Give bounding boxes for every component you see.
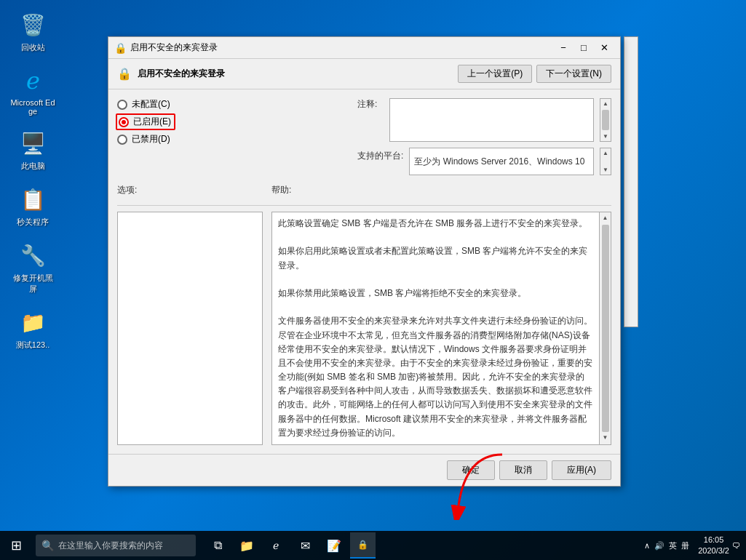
- scroll-thumb[interactable]: [602, 110, 609, 130]
- systray: ∧ 🔊 英 册: [644, 540, 689, 551]
- dialog-title-text: 启用不安全的来宾登录: [130, 41, 553, 54]
- recycle-bin-icon[interactable]: 🗑️ 回收站: [7, 7, 58, 56]
- recycle-bin-label: 回收站: [21, 42, 45, 53]
- help-scrollbar[interactable]: ▲ ▼: [599, 212, 611, 444]
- minimize-button[interactable]: −: [553, 40, 574, 56]
- platform-value: 至少为 Windows Server 2016、Windows 10: [409, 148, 594, 175]
- edge-icon-desktop[interactable]: ℯ Microsoft Edge: [7, 63, 58, 119]
- policy-dialog: 🔒 启用不安全的来宾登录 − □ ✕ 🔒 启用不安全的来宾登录 上一个设置(P)…: [108, 36, 621, 487]
- help-panel: 此策略设置确定 SMB 客户端是否允许在 SMB 服务器上进行不安全的来宾登录。…: [271, 212, 611, 445]
- help-scroll-up[interactable]: ▲: [601, 212, 610, 225]
- prev-setting-button[interactable]: 上一个设置(P): [458, 65, 532, 83]
- systray-lang[interactable]: 英: [669, 540, 677, 551]
- mail-icon: ✉: [301, 539, 310, 553]
- note-section: 注释: ▲ ▼: [357, 98, 611, 142]
- start-button[interactable]: ⊞: [0, 531, 33, 560]
- radio-disabled[interactable]: 已禁用(D): [117, 133, 234, 145]
- policy-header-title: 启用不安全的来宾登录: [138, 68, 458, 80]
- radio-enabled-circle[interactable]: [119, 117, 129, 127]
- scroll-down-arrow[interactable]: ▼: [601, 132, 610, 141]
- recycle-bin-image: 🗑️: [18, 10, 47, 39]
- edge-taskbar-icon: ℯ: [273, 540, 279, 551]
- this-pc-label: 此电脑: [21, 161, 45, 172]
- window-controls: − □ ✕: [553, 40, 614, 56]
- policy-header-icon: 🔒: [117, 67, 132, 81]
- edge-label: Microsoft Edge: [10, 98, 55, 116]
- taskbar-right: ∧ 🔊 英 册 16:05 2020/3/2 🗨: [644, 535, 746, 557]
- section-labels: 选项: 帮助:: [117, 184, 611, 196]
- radio-section: 未配置(C) 已启用(E) 已禁用(D): [117, 98, 234, 175]
- notepad-button[interactable]: 📝: [321, 532, 347, 559]
- radio-not-configured-circle[interactable]: [117, 100, 127, 110]
- start-icon: ⊞: [11, 537, 22, 553]
- policy-nav-buttons: 上一个设置(P) 下一个设置(N): [458, 65, 611, 83]
- help-text: 此策略设置确定 SMB 客户端是否允许在 SMB 服务器上进行不安全的来宾登录。…: [278, 217, 605, 440]
- task-view-button[interactable]: ⧉: [205, 532, 231, 559]
- edge-taskbar-button[interactable]: ℯ: [263, 532, 289, 559]
- dialog-content: 🔒 启用不安全的来宾登录 上一个设置(P) 下一个设置(N) 未配置(C): [108, 59, 620, 486]
- test-folder-icon[interactable]: 📁 测试123..: [7, 305, 58, 353]
- note-scrollbar[interactable]: ▲ ▼: [600, 98, 611, 142]
- programs-label: 秒关程序: [17, 217, 49, 228]
- dialog-title-icon: 🔒: [114, 42, 126, 54]
- ok-button[interactable]: 确定: [447, 460, 495, 480]
- task-view-icon: ⧉: [214, 539, 222, 552]
- mail-button[interactable]: ✉: [292, 532, 318, 559]
- side-panel: [624, 36, 638, 327]
- systray-volume[interactable]: 🔊: [654, 541, 664, 551]
- cancel-button[interactable]: 取消: [499, 460, 547, 480]
- apply-button[interactable]: 应用(A): [552, 460, 611, 480]
- radio-disabled-circle[interactable]: [117, 135, 127, 145]
- dialog-titlebar: 🔒 启用不安全的来宾登录 − □ ✕: [108, 37, 620, 59]
- note-textarea[interactable]: [389, 98, 594, 142]
- taskbar-search-bar[interactable]: 🔍 在这里输入你要搜索的内容: [36, 535, 196, 556]
- active-app-icon: 🔒: [357, 540, 368, 550]
- help-scroll-down[interactable]: ▼: [601, 432, 610, 444]
- file-explorer-button[interactable]: 📁: [234, 532, 260, 559]
- next-setting-button[interactable]: 下一个设置(N): [536, 65, 611, 83]
- radio-not-configured[interactable]: 未配置(C): [117, 98, 234, 111]
- systray-chevron[interactable]: ∧: [644, 541, 650, 551]
- systray-input[interactable]: 册: [681, 540, 689, 551]
- maximize-button[interactable]: □: [574, 40, 594, 56]
- note-label: 注释:: [357, 98, 384, 111]
- dialog-footer: 确定 取消 应用(A): [108, 454, 620, 486]
- radio-not-configured-label: 未配置(C): [132, 98, 170, 111]
- notepad-icon: 📝: [327, 539, 341, 553]
- taskbar-search-icon: 🔍: [41, 540, 54, 551]
- close-button[interactable]: ✕: [594, 40, 614, 56]
- active-policy-app[interactable]: 🔒: [350, 532, 376, 559]
- scroll-up-arrow[interactable]: ▲: [601, 99, 610, 108]
- taskbar-clock[interactable]: 16:05 2020/3/2: [698, 535, 729, 557]
- options-section-label: 选项:: [117, 184, 271, 196]
- help-section-label: 帮助:: [271, 184, 291, 196]
- taskbar-middle: ⧉ 📁 ℯ ✉ 📝 🔒: [205, 532, 376, 559]
- taskbar-search-text: 在这里输入你要搜索的内容: [58, 540, 163, 552]
- this-pc-image: 🖥️: [18, 129, 47, 158]
- clock-date: 2020/3/2: [698, 545, 729, 556]
- policy-header: 🔒 启用不安全的来宾登录 上一个设置(P) 下一个设置(N): [108, 59, 620, 89]
- test-folder-label: 测试123..: [16, 340, 49, 351]
- radio-disabled-label: 已禁用(D): [132, 133, 170, 145]
- edge-image: ℯ: [18, 66, 47, 95]
- programs-image: 📋: [18, 185, 47, 214]
- platform-scroll-up[interactable]: ▲: [601, 148, 610, 158]
- platform-scroll-down[interactable]: ▼: [601, 165, 610, 175]
- test-folder-image: 📁: [18, 308, 47, 337]
- repair-image: 🔧: [18, 241, 47, 270]
- repair-label: 修复开机黑屏: [10, 273, 55, 295]
- clock-time: 16:05: [698, 535, 729, 545]
- radio-enabled-wrapper[interactable]: 已启用(E): [116, 113, 175, 130]
- this-pc-icon[interactable]: 🖥️ 此电脑: [7, 126, 58, 175]
- platform-label: 支持的平台:: [357, 148, 403, 162]
- policy-right-section: 注释: ▲ ▼ 支持的平台: 至少为 Windows Server 2016: [357, 98, 611, 175]
- programs-icon[interactable]: 📋 秒关程序: [7, 182, 58, 231]
- radio-enabled-label: 已启用(E): [133, 116, 171, 128]
- options-help-row: 此策略设置确定 SMB 客户端是否允许在 SMB 服务器上进行不安全的来宾登录。…: [117, 205, 611, 445]
- repair-icon[interactable]: 🔧 修复开机黑屏: [7, 238, 58, 297]
- platform-scrollbar[interactable]: ▲ ▼: [600, 148, 611, 175]
- policy-body: 未配置(C) 已启用(E) 已禁用(D): [108, 89, 620, 454]
- desktop-icons: 🗑️ 回收站 ℯ Microsoft Edge 🖥️ 此电脑 📋 秒关程序 🔧 …: [7, 7, 58, 353]
- help-scroll-thumb[interactable]: [602, 225, 609, 432]
- notification-icon[interactable]: 🗨: [732, 541, 740, 550]
